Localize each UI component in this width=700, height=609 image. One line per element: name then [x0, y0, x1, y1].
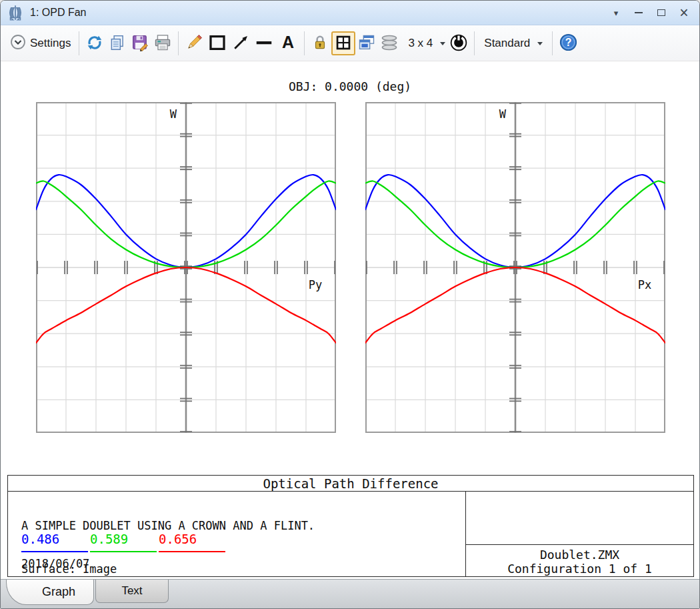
legend-item: 0.656 — [159, 532, 225, 546]
chevron-down-circle-icon — [10, 34, 26, 53]
toolbar-separator — [79, 31, 79, 55]
text-tool-icon: A — [278, 33, 298, 55]
svg-text:?: ? — [565, 37, 571, 48]
svg-text:Px: Px — [638, 278, 651, 291]
settings-label: Settings — [30, 37, 71, 50]
layers-button[interactable] — [378, 31, 401, 56]
minimize-icon — [635, 12, 643, 13]
fit-window-icon — [335, 34, 352, 53]
zemax-lens-icon — [6, 3, 25, 22]
wavelength-value: 0.486 — [21, 532, 59, 546]
toolbar-separator — [304, 31, 305, 55]
wavelength-value: 0.656 — [159, 532, 197, 546]
toolbar: Settings — [1, 26, 699, 61]
copy-icon — [109, 34, 126, 53]
clone-window-button[interactable] — [355, 31, 378, 56]
add-text-button[interactable]: A — [276, 31, 300, 56]
close-icon: × — [679, 6, 688, 19]
print-button[interactable] — [151, 31, 174, 56]
legend-line — [90, 551, 157, 552]
save-icon — [131, 34, 149, 53]
window-controls: ▾ × — [606, 4, 694, 21]
opd-plot-sagittal: WPx — [365, 102, 665, 433]
clone-window-icon — [357, 33, 376, 54]
toolbar-separator — [552, 31, 553, 55]
draw-rectangle-button[interactable] — [205, 31, 229, 56]
configuration-label: Configuration 1 of 1 — [466, 562, 693, 576]
tab-text[interactable]: Text — [95, 580, 169, 603]
opd-fan-window: 1: OPD Fan ▾ × Settings — [0, 0, 700, 609]
toolbar-separator — [178, 31, 179, 55]
caret-down-icon — [537, 42, 543, 45]
titlebar[interactable]: 1: OPD Fan ▾ × — [1, 1, 699, 25]
annotate-pencil-button[interactable] — [183, 31, 205, 56]
draw-line-button[interactable] — [252, 31, 276, 56]
lock-button[interactable] — [309, 31, 331, 56]
grid-layout-label: 3 x 4 — [408, 37, 433, 50]
rectangle-icon — [207, 33, 227, 55]
toolbar-separator — [474, 31, 475, 55]
style-label: Standard — [484, 37, 530, 50]
tabbar: Graph Text — [1, 579, 699, 609]
file-info-cell: Doublet.ZMX Configuration 1 of 1 — [466, 544, 693, 576]
tab-graph[interactable]: Graph — [6, 580, 94, 605]
legend-item: 0.486 — [21, 532, 88, 546]
title-line: A SIMPLE DOUBLET USING A CROWN AND A FLI… — [21, 520, 315, 532]
svg-text:W: W — [170, 107, 177, 121]
window-title: 1: OPD Fan — [30, 7, 606, 19]
opd-plot-tangential: WPy — [36, 102, 336, 433]
refresh-icon — [86, 34, 103, 53]
caret-down-icon: ▾ — [614, 8, 619, 18]
copy-button[interactable] — [106, 31, 129, 56]
maximize-button[interactable] — [651, 4, 671, 21]
surface-label: Surface: Image — [21, 562, 117, 576]
svg-text:W: W — [499, 107, 507, 121]
save-button[interactable] — [129, 31, 151, 56]
refresh-button[interactable] — [83, 31, 106, 56]
legend-line — [159, 551, 225, 552]
auto-update-button[interactable] — [447, 31, 470, 56]
wavelength-value: 0.589 — [90, 532, 128, 546]
close-button[interactable]: × — [674, 4, 694, 21]
file-name: Doublet.ZMX — [466, 548, 693, 562]
svg-text:A: A — [282, 33, 294, 51]
field-heading: OBJ: 0.0000 (deg) — [1, 79, 699, 93]
settings-button[interactable]: Settings — [6, 31, 75, 56]
maximize-icon — [657, 9, 665, 16]
print-icon — [153, 33, 172, 54]
minimize-button[interactable] — [629, 4, 649, 21]
pencil-icon — [185, 33, 203, 54]
grid-layout-dropdown[interactable]: 3 x 4 — [406, 31, 447, 56]
draw-arrow-button[interactable] — [229, 31, 252, 56]
help-icon: ? — [559, 33, 577, 53]
window-menu-caret[interactable]: ▾ — [606, 4, 626, 21]
svg-text:Py: Py — [309, 278, 322, 291]
auto-update-icon — [449, 33, 468, 54]
legend-line — [21, 551, 88, 552]
line-icon — [254, 33, 274, 55]
lock-icon — [311, 34, 329, 53]
caret-down-icon — [440, 42, 445, 45]
fit-window-button[interactable] — [331, 31, 355, 55]
plot-title: Optical Path Difference — [8, 476, 693, 492]
help-button[interactable]: ? — [557, 31, 579, 56]
arrow-icon — [231, 33, 250, 54]
layers-icon — [380, 33, 399, 54]
footer-panel: Optical Path Difference A SIMPLE DOUBLET… — [7, 475, 694, 577]
legend-item: 0.589 — [90, 532, 157, 546]
style-dropdown[interactable]: Standard — [479, 31, 548, 56]
